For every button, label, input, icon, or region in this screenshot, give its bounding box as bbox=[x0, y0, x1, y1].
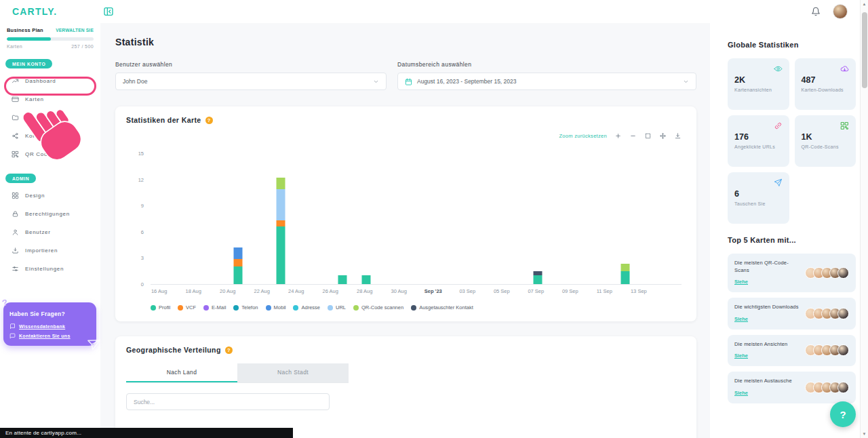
x-axis-label: 07 Sep bbox=[528, 288, 544, 294]
page-scrollbar[interactable]: ▲ ▼ bbox=[860, 0, 868, 438]
top-card-text: Die meisten QR-Code-ScansSiehe bbox=[734, 260, 799, 286]
avatar bbox=[837, 344, 849, 356]
top-card-label: Die wichtigsten Downloads bbox=[734, 304, 799, 311]
user-select-label: Benutzer auswählen bbox=[115, 61, 387, 68]
dashboard-icon bbox=[12, 77, 19, 85]
cards-count: 257 / 500 bbox=[71, 44, 94, 49]
tab-nach-stadt[interactable]: Nach Stadt bbox=[237, 363, 349, 382]
user-select[interactable]: John Doe bbox=[115, 73, 387, 90]
legend-item-vcf[interactable]: VCF bbox=[178, 304, 196, 311]
sidebar-item-karten[interactable]: Karten bbox=[0, 90, 100, 108]
zoom-out-icon[interactable] bbox=[629, 132, 637, 140]
geo-search-input[interactable] bbox=[126, 393, 330, 410]
bell-icon[interactable] bbox=[811, 7, 821, 16]
chart-bar[interactable] bbox=[233, 149, 242, 284]
chart-bar[interactable] bbox=[362, 149, 371, 284]
x-axis-label: 18 Aug bbox=[185, 288, 201, 294]
help-floating-button[interactable]: ? bbox=[830, 401, 856, 427]
selection-zoom-icon[interactable] bbox=[644, 132, 652, 140]
scrollbar-thumb[interactable] bbox=[862, 12, 867, 88]
date-range-label: Datumsbereich auswählen bbox=[397, 61, 696, 68]
cartly-logo[interactable]: CARTLY. bbox=[12, 6, 57, 17]
card-statistics: Statistiken der Karte ? Zoom zurücksetze… bbox=[115, 106, 696, 321]
chart-bar[interactable] bbox=[276, 149, 285, 284]
manage-plan-link[interactable]: VERWALTEN SIE bbox=[56, 28, 94, 33]
legend-label: Adresse bbox=[301, 304, 320, 311]
y-axis-label: 6 bbox=[141, 228, 144, 235]
chart-bar[interactable] bbox=[338, 149, 347, 284]
filters: Benutzer auswählen John Doe Datumsbereic… bbox=[115, 61, 696, 90]
legend-item-ausgetauschter-kontakt[interactable]: Ausgetauschter Kontakt bbox=[411, 304, 473, 311]
bar-segment-profil bbox=[233, 266, 242, 284]
chart-bar[interactable] bbox=[533, 149, 542, 284]
help-icon[interactable]: ? bbox=[225, 346, 233, 354]
question-mark-decoration: ? bbox=[1, 297, 8, 308]
sidebar-item-label: Karten bbox=[25, 96, 44, 102]
permissions-icon bbox=[12, 210, 19, 218]
pan-icon[interactable] bbox=[659, 132, 667, 140]
legend-item-adresse[interactable]: Adresse bbox=[293, 304, 320, 311]
sidebar-item-dashboard[interactable]: Dashboard bbox=[0, 72, 100, 90]
legend-item-url[interactable]: URL bbox=[328, 304, 346, 311]
chat-icon bbox=[9, 333, 16, 339]
stat-card-kartenansichten: 2KKartenansichten bbox=[728, 58, 789, 110]
sidebar-item-kontakte[interactable]: Kontakte bbox=[0, 127, 100, 145]
sidebar-item-label: Design bbox=[25, 193, 45, 199]
bar-segment-url bbox=[276, 189, 285, 220]
siehe-link[interactable]: Siehe bbox=[734, 279, 748, 285]
top-card-text: Die meisten AnsichtenSiehe bbox=[734, 341, 787, 361]
stat-label: Karten-Downloads bbox=[802, 87, 850, 94]
contact-us-link[interactable]: Kontaktieren Sie uns bbox=[9, 333, 90, 339]
sidebar-collapse-icon[interactable] bbox=[103, 6, 114, 17]
avatar-group bbox=[805, 308, 849, 319]
stat-card-karten-downloads: 487Karten-Downloads bbox=[795, 58, 856, 110]
share-icon bbox=[12, 132, 19, 140]
global-stats-grid: 2KKartenansichten487Karten-Downloads176A… bbox=[728, 58, 856, 224]
tab-nach-land[interactable]: Nach Land bbox=[126, 363, 237, 382]
legend-item-profil[interactable]: Profil bbox=[151, 304, 170, 311]
legend-item-qr-code-scannen[interactable]: QR-Code scannen bbox=[353, 304, 403, 311]
page-title: Statistik bbox=[115, 37, 696, 47]
bar-segment-profil bbox=[620, 271, 629, 284]
main-content: Statistik Benutzer auswählen John Doe Da… bbox=[100, 23, 710, 438]
knowledge-base-link[interactable]: Wissensdatenbank bbox=[9, 323, 90, 330]
x-axis-label: 20 Aug bbox=[220, 288, 235, 294]
chart-bar[interactable] bbox=[620, 149, 629, 284]
reset-zoom-button[interactable]: Zoom zurücksetzen bbox=[559, 133, 607, 139]
siehe-link[interactable]: Siehe bbox=[734, 353, 748, 359]
legend-dot bbox=[151, 305, 156, 311]
sidebar-item-einstellungen[interactable]: Einstellungen bbox=[0, 260, 100, 278]
design-icon bbox=[12, 192, 19, 199]
date-range-input[interactable]: August 16, 2023 - September 15, 2023 bbox=[397, 73, 696, 90]
sidebar-item-teams[interactable]: Teams bbox=[0, 108, 100, 127]
sidebar-item-design[interactable]: Design bbox=[0, 186, 100, 205]
y-axis-label: 0 bbox=[141, 281, 144, 287]
siehe-link[interactable]: Siehe bbox=[734, 390, 748, 396]
sidebar-item-qr-code[interactable]: QR Code bbox=[0, 145, 100, 163]
help-icon[interactable]: ? bbox=[205, 117, 213, 124]
download-icon[interactable] bbox=[674, 132, 682, 140]
legend-item-mobil[interactable]: Mobil bbox=[266, 304, 286, 311]
sidebar-item-benutzer[interactable]: Benutzer bbox=[0, 223, 100, 241]
x-axis-label: 28 Aug bbox=[357, 288, 372, 294]
stat-icon-row bbox=[734, 121, 783, 131]
legend-item-telefon[interactable]: Telefon bbox=[233, 304, 258, 311]
folder-icon bbox=[12, 114, 19, 121]
sidebar-item-berechtigungen[interactable]: Berechtigungen bbox=[0, 205, 100, 223]
legend-label: VCF bbox=[186, 304, 196, 311]
scroll-up-arrow[interactable]: ▲ bbox=[861, 2, 868, 6]
bar-segment-qr-code-scannen bbox=[276, 178, 285, 189]
sidebar-item-importieren[interactable]: Importieren bbox=[0, 241, 100, 260]
y-axis-label: 9 bbox=[141, 203, 144, 209]
siehe-link[interactable]: Siehe bbox=[734, 316, 748, 322]
user-avatar[interactable] bbox=[833, 4, 848, 19]
topbar: CARTLY. bbox=[0, 0, 868, 23]
stat-value: 1K bbox=[802, 132, 850, 142]
legend-item-e-mail[interactable]: E-Mail bbox=[203, 304, 226, 311]
cards-label: Karten bbox=[7, 44, 22, 49]
zoom-in-icon[interactable] bbox=[614, 132, 622, 140]
stat-value: 487 bbox=[802, 75, 850, 85]
x-axis-label: 26 Aug bbox=[323, 288, 338, 294]
scroll-down-arrow[interactable]: ▼ bbox=[861, 432, 868, 436]
bar-segment-profil bbox=[533, 275, 542, 284]
